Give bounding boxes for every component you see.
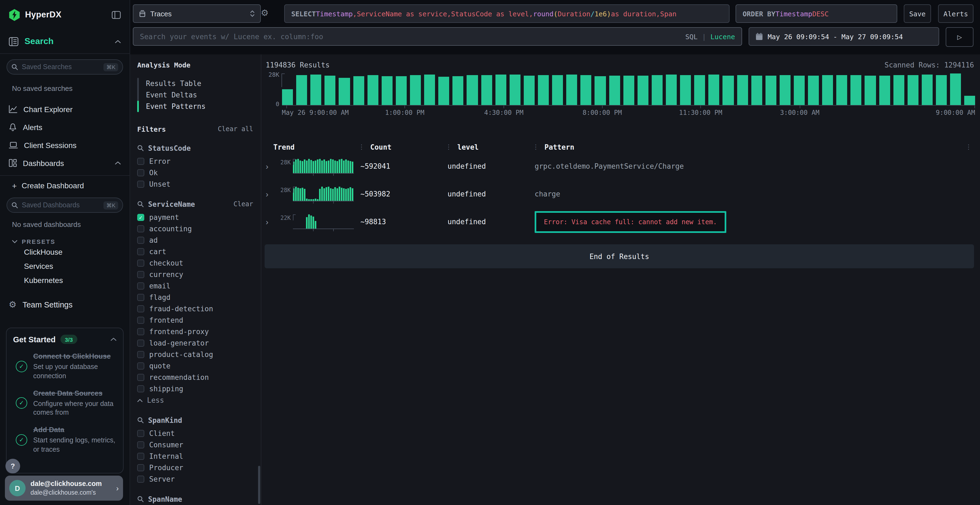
histogram-bar[interactable] — [552, 75, 563, 105]
search-input[interactable]: Search your events w/ Lucene ex. column:… — [133, 27, 742, 46]
checkbox[interactable] — [137, 476, 144, 483]
sidebar-item-clickhouse[interactable]: ClickHouse — [0, 245, 130, 259]
date-range-picker[interactable]: May 26 09:09:54 - May 27 09:09:54 — [749, 27, 939, 46]
filter-checkbox-item[interactable]: accounting — [137, 223, 261, 235]
lang-lucene-option[interactable]: Lucene — [711, 32, 735, 41]
filter-checkbox-item[interactable]: ✓ payment — [137, 212, 261, 223]
checkbox[interactable] — [137, 305, 144, 312]
sidebar-item-dashboards[interactable]: Dashboards — [0, 154, 130, 172]
checkbox[interactable] — [137, 453, 144, 460]
pattern-text[interactable]: grpc.oteldemo.PaymentService/Charge — [535, 162, 684, 170]
table-menu-icon[interactable]: ⋮ — [965, 143, 972, 151]
checkbox[interactable] — [137, 158, 144, 165]
histogram-bar[interactable] — [666, 74, 677, 105]
checkbox[interactable] — [137, 294, 144, 301]
table-row[interactable]: › 28K ~592041 undefined grpc.oteldemo.Pa… — [264, 152, 975, 180]
histogram-bar[interactable] — [396, 76, 407, 105]
column-menu-icon[interactable]: ⋮ — [358, 143, 365, 151]
histogram-bar[interactable] — [382, 76, 393, 105]
histogram-bar[interactable] — [893, 75, 904, 105]
checkbox[interactable] — [137, 464, 144, 471]
filter-checkbox-item[interactable]: currency — [137, 269, 261, 280]
checkbox[interactable] — [137, 441, 144, 448]
histogram-bar[interactable] — [822, 75, 833, 105]
checkbox[interactable] — [137, 374, 144, 381]
save-button[interactable]: Save — [904, 4, 931, 23]
checkbox[interactable] — [137, 248, 144, 255]
histogram-bar[interactable] — [964, 96, 975, 105]
filter-checkbox-item[interactable]: frontend — [137, 314, 261, 326]
histogram-bar[interactable] — [637, 75, 648, 105]
filter-checkbox-item[interactable]: email — [137, 280, 261, 292]
table-row[interactable]: › 28K ~503982 undefined charge — [264, 180, 975, 208]
histogram-bar[interactable] — [794, 75, 805, 105]
histogram-bar[interactable] — [694, 75, 705, 105]
histogram-bar[interactable] — [680, 75, 691, 105]
histogram-bar[interactable] — [467, 75, 478, 105]
checkbox[interactable] — [137, 225, 144, 232]
checkbox[interactable] — [137, 271, 144, 278]
checkbox[interactable]: ✓ — [137, 214, 144, 221]
histogram-bar[interactable] — [609, 76, 620, 105]
analysis-mode-option[interactable]: Event Patterns — [137, 101, 261, 112]
highlighted-error-pattern[interactable]: Error: Visa cache full: cannot add new i… — [535, 211, 726, 233]
sidebar-item-alerts[interactable]: Alerts — [0, 118, 130, 136]
filter-checkbox-item[interactable]: checkout — [137, 257, 261, 269]
filter-checkbox-item[interactable]: shipping — [137, 383, 261, 395]
get-started-step[interactable]: ✓ Connect to ClickHouse Set up your data… — [13, 352, 116, 381]
histogram-bar[interactable] — [339, 78, 350, 105]
row-expand-chevron-icon[interactable]: › — [264, 162, 278, 170]
table-row[interactable]: › 22K ~98813 undefined Error: Visa cache… — [264, 208, 975, 236]
filter-checkbox-item[interactable]: product-catalog — [137, 349, 261, 360]
histogram-bar[interactable] — [367, 75, 378, 105]
histogram-bar[interactable] — [709, 75, 719, 105]
run-query-button[interactable]: ▷ — [946, 27, 974, 47]
filter-checkbox-item[interactable]: Error — [137, 156, 261, 167]
row-expand-chevron-icon[interactable]: › — [264, 190, 278, 198]
histogram-bar[interactable] — [936, 75, 947, 105]
histogram-bar[interactable] — [566, 75, 577, 105]
histogram-bar[interactable] — [623, 76, 634, 105]
histogram-bar[interactable] — [424, 75, 435, 105]
filter-checkbox-item[interactable]: recommendation — [137, 372, 261, 383]
filter-checkbox-item[interactable]: cart — [137, 246, 261, 257]
column-menu-icon[interactable]: ⋮ — [533, 143, 539, 151]
checkbox[interactable] — [137, 169, 144, 176]
saved-dashboards-input[interactable]: Saved Dashboards ⌘K — [6, 197, 123, 213]
filter-checkbox-item[interactable]: Server — [137, 473, 261, 485]
checkbox[interactable] — [137, 181, 144, 188]
filter-checkbox-item[interactable]: frontend-proxy — [137, 326, 261, 337]
histogram-bar[interactable] — [310, 75, 321, 105]
user-menu[interactable]: D dale@clickhouse.com dale@clickhouse.co… — [5, 476, 123, 501]
filter-checkbox-item[interactable]: Internal — [137, 451, 261, 462]
histogram-bar[interactable] — [908, 75, 918, 105]
histogram-bar[interactable] — [751, 76, 762, 105]
histogram-bar[interactable] — [524, 75, 535, 105]
histogram-bar[interactable] — [950, 73, 961, 105]
checkbox[interactable] — [137, 430, 144, 437]
filter-checkbox-item[interactable]: fraud-detection — [137, 303, 261, 314]
histogram-bar[interactable] — [837, 75, 848, 105]
histogram-bar[interactable] — [325, 75, 336, 105]
histogram-bar[interactable] — [865, 76, 876, 105]
checkbox[interactable] — [137, 328, 144, 335]
source-settings-gear-icon[interactable]: ⚙ — [261, 9, 269, 17]
analysis-mode-option[interactable]: Results Table — [137, 78, 261, 89]
pattern-text[interactable]: charge — [535, 190, 560, 198]
less-toggle[interactable]: Less — [137, 395, 261, 406]
histogram-bar[interactable] — [510, 75, 520, 105]
get-started-step[interactable]: ✓ Create Data Sources Configure where yo… — [13, 389, 116, 418]
order-by-editor[interactable]: ORDER BY Timestamp DESC — [735, 4, 897, 23]
histogram-bar[interactable] — [481, 75, 492, 105]
histogram-bar[interactable] — [652, 75, 663, 105]
histogram-bar[interactable] — [495, 75, 506, 105]
create-dashboard-button[interactable]: + Create Dashboard — [0, 176, 130, 195]
filter-checkbox-item[interactable]: Consumer — [137, 439, 261, 451]
histogram-bar[interactable] — [595, 76, 606, 105]
scrollbar-thumb[interactable] — [258, 466, 260, 504]
source-select[interactable]: Traces — [133, 4, 261, 23]
histogram-bar[interactable] — [410, 75, 421, 105]
histogram-bar[interactable] — [453, 76, 464, 105]
histogram-bar[interactable] — [581, 75, 592, 105]
histogram-bar[interactable] — [353, 76, 364, 105]
